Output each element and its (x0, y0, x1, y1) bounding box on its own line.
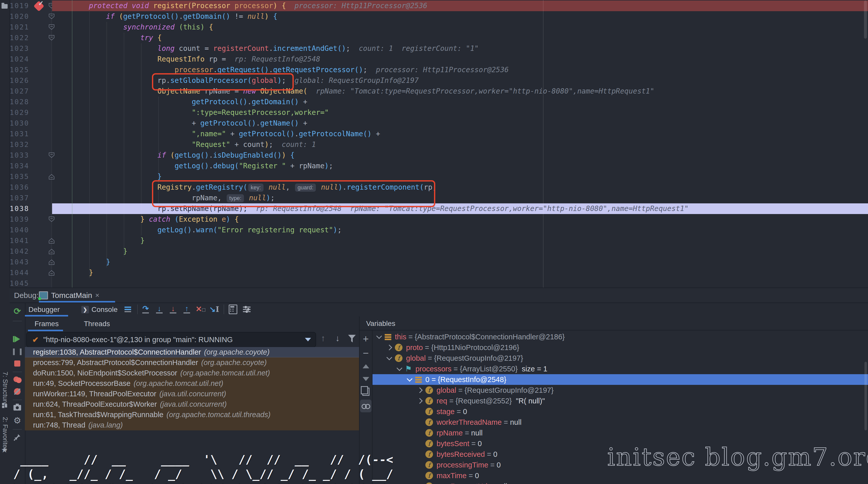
code-token (230, 2, 235, 10)
code-line-1030[interactable]: + getProtocol().getName() + (55, 118, 307, 129)
code-line-1023[interactable]: long count = registerCount.incrementAndG… (55, 43, 479, 54)
evaluate-expression-button[interactable] (227, 304, 239, 315)
code-line-1035[interactable]: } (55, 171, 162, 182)
previous-frame-button[interactable]: ↑ (321, 333, 325, 343)
frame-row[interactable]: process:799, AbstractProtocol$Connection… (25, 357, 359, 368)
next-frame-button[interactable]: ↓ (335, 333, 340, 343)
chevron-expanded-icon[interactable] (397, 365, 402, 371)
code-line-1033[interactable]: if (getLog().isDebugEnabled()) { (55, 150, 294, 161)
frame-row[interactable]: run:61, TaskThread$WrappingRunnable(org.… (25, 410, 359, 420)
code-token: getName (260, 119, 290, 127)
tab-threads[interactable]: Threads (84, 316, 110, 331)
code-line-1039[interactable]: } catch (Exception e) { (55, 214, 239, 225)
layout-settings-button[interactable] (241, 304, 253, 315)
code-token: getProtocolName (299, 130, 363, 138)
chevron-expanded-icon[interactable] (376, 333, 382, 339)
run-to-cursor-button[interactable]: ↘I (208, 304, 220, 315)
project-icon[interactable] (2, 4, 8, 9)
chevron-collapsed-icon[interactable] (386, 345, 392, 351)
variable-name: stage (437, 407, 455, 416)
pause-button[interactable] (10, 346, 25, 357)
code-line-1043[interactable]: } (55, 257, 110, 267)
code-line-1044[interactable]: } (55, 267, 93, 278)
variable-row-workerThreadName[interactable]: fworkerThreadName=null (373, 417, 868, 428)
force-step-into-button[interactable]: ↓ (167, 304, 179, 315)
frame-row[interactable]: register:1038, AbstractProtocol$Connecti… (25, 347, 359, 357)
thread-dump-button[interactable] (10, 402, 25, 413)
code-line-1024[interactable]: RequestInfo rp = rp: RequestInfo@2548 (55, 54, 320, 65)
code-line-1041[interactable]: } (55, 235, 145, 246)
tab-session-tomcatmain[interactable]: TomcatMain × (39, 290, 99, 301)
thread-selector-dropdown[interactable]: ✔ "http-nio-8080-exec-1"@2,130 in group … (26, 332, 316, 347)
code-line-1022[interactable]: try { (55, 33, 162, 43)
add-watch-button[interactable]: + (360, 333, 372, 345)
variable-row-proto[interactable]: fproto={Http11NioProtocol@2196} (373, 342, 868, 353)
code-token: registerCount (213, 44, 269, 53)
code-line-1029[interactable]: ":type=RequestProcessor,worker=" (55, 107, 329, 118)
remove-watch-button[interactable]: − (360, 347, 372, 359)
code-line-1042[interactable]: } (55, 246, 128, 257)
variable-row-rpName[interactable]: frpName=null (373, 428, 868, 438)
move-watch-down-button[interactable] (360, 373, 372, 385)
tab-frames[interactable]: Frames (35, 316, 59, 331)
code-line-1034[interactable]: getLog().debug("Register " + rpName); (55, 161, 333, 171)
frame-row[interactable]: runWorker:1149, ThreadPoolExecutor(java.… (25, 389, 359, 399)
show-watches-toggle[interactable] (360, 400, 371, 412)
chevron-collapsed-icon[interactable] (417, 398, 423, 404)
frame-location: run:49, SocketProcessorBase (33, 379, 131, 388)
equals-sign: = (449, 397, 454, 405)
code-line-1032[interactable]: "Request" + count); count: 1 (55, 139, 316, 150)
variable-row-maxTime[interactable]: fmaxTime=0 (373, 470, 868, 481)
resume-button[interactable] (10, 334, 25, 345)
step-over-button[interactable]: ↷ (140, 304, 151, 315)
code-line-1040[interactable]: getLog().warn("Error registering request… (55, 225, 342, 235)
field-icon: f (425, 408, 433, 415)
variable-value: {RequestGroupInfo@2197} (434, 354, 523, 362)
code-line-1028[interactable]: getProtocol().getDomain() + (55, 97, 307, 107)
variable-row-this[interactable]: this={AbstractProtocol$ConnectionHandler… (373, 331, 868, 342)
equals-sign: = (458, 386, 462, 395)
close-icon[interactable]: × (95, 291, 99, 299)
step-out-button[interactable]: ↑ (181, 304, 193, 315)
code-line-1020[interactable]: if (getProtocol().getDomain() != null) { (55, 11, 277, 22)
frame-row[interactable]: run:624, ThreadPoolExecutor$Worker(java.… (25, 399, 359, 410)
tab-console[interactable]: ❯ Console (81, 303, 118, 316)
chevron-collapsed-icon[interactable] (417, 387, 423, 393)
code-line-1031[interactable]: ",name=" + getProtocol().getProtocolName… (55, 129, 380, 139)
editor-scrollbar[interactable] (864, 1, 867, 39)
frame-row[interactable]: doRun:1500, NioEndpoint$SocketProcessor(… (25, 368, 359, 378)
debugger-settings-button[interactable]: ⚙ (10, 415, 25, 426)
stop-button[interactable] (10, 358, 25, 369)
variable-row-processors[interactable]: ⚑processors={ArrayList@2550}size = 1 (373, 364, 868, 374)
variable-row-global[interactable]: fglobal={RequestGroupInfo@2197} (373, 385, 868, 396)
sidebar-item-structure[interactable]: 7: Structure (1, 372, 9, 406)
drop-frame-button[interactable]: ✕□ (195, 304, 206, 315)
code-line-1019[interactable]: protected void register(Processor proces… (55, 1, 427, 11)
show-execution-point-button[interactable] (122, 304, 134, 315)
frame-row[interactable]: run:748, Thread(java.lang) (25, 420, 359, 430)
chevron-expanded-icon[interactable] (407, 376, 413, 382)
editor-gutter[interactable]: 1019✓10201021102210231024102510261027102… (10, 0, 52, 288)
mute-breakpoints-button[interactable] (10, 386, 25, 397)
chevron-expanded-icon[interactable] (386, 355, 392, 360)
variable-row-stage[interactable]: fstage=0 (373, 406, 868, 417)
code-token: ) (273, 2, 277, 10)
variables-scrollbar[interactable] (864, 362, 867, 430)
frame-row[interactable]: run:49, SocketProcessorBase(org.apache.t… (25, 378, 359, 389)
variable-row-0[interactable]: 0={RequestInfo@2548} (373, 374, 868, 385)
step-into-button[interactable]: ↓ (153, 304, 165, 315)
copy-stack-button[interactable] (360, 386, 372, 398)
code-line-1021[interactable]: synchronized (this) { (55, 22, 213, 33)
rerun-button[interactable]: ⟳ (10, 306, 25, 317)
code-editor[interactable]: 1019✓10201021102210231024102510261027102… (10, 0, 868, 288)
code-line-1027[interactable]: ObjectName rpName = new ObjectName( rpNa… (55, 86, 654, 97)
variable-row-global[interactable]: fglobal={RequestGroupInfo@2197} (373, 353, 868, 364)
pin-tab-button[interactable] (10, 432, 25, 443)
hide-frames-filter-button[interactable] (348, 335, 356, 342)
move-watch-up-button[interactable] (360, 360, 372, 372)
variable-row-maxRequestUri[interactable]: fmaxRequestUri=null (373, 481, 868, 484)
frames-threads-tabs: Frames Threads (25, 316, 359, 331)
tab-debugger[interactable]: Debugger (28, 303, 60, 316)
variable-row-req[interactable]: freq={Request@2552}"R( null)" (373, 396, 868, 406)
view-breakpoints-button[interactable] (10, 374, 25, 385)
